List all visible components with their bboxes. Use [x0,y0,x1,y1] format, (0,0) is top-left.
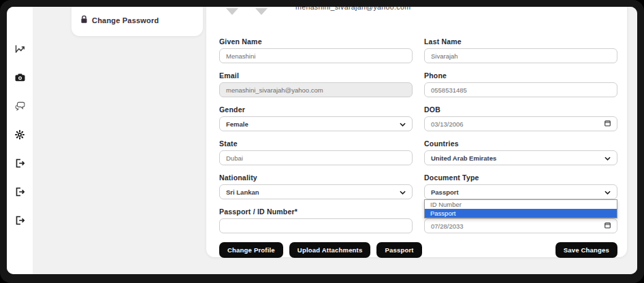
field-email: Email [219,71,413,97]
document-type-value: Passport [431,188,459,196]
chart-icon[interactable] [15,44,25,54]
sidebar [7,7,33,274]
dropdown-option-passport[interactable]: Passport [425,209,617,218]
change-password-card[interactable]: Change Password [71,7,203,36]
calendar-icon[interactable] [605,120,611,128]
upload-attachments-button[interactable]: Upload Attachments [289,242,371,258]
passport-id-label: Passport / ID Number* [219,207,413,216]
chevron-down-icon [605,188,611,196]
countries-select[interactable]: United Arab Emirates [424,150,617,165]
field-nationality: Nationality Sri Lankan [219,173,413,199]
gender-select[interactable]: Female [219,116,413,131]
passport-button[interactable]: Passport [376,242,421,258]
email-label: Email [219,71,413,80]
state-input[interactable] [219,150,413,165]
app-frame: Change Password menashini_sivarajah@yaho… [0,0,644,283]
passport-id-input[interactable] [219,218,413,233]
profile-form-grid: Given Name Last Name Email Phone [219,37,617,233]
dob-value: 03/13/2006 [431,120,464,128]
phone-label: Phone [424,71,617,80]
document-type-label: Document Type [424,173,617,182]
lock-icon [80,14,88,27]
dob-date-input[interactable]: 03/13/2006 [424,116,617,131]
email-input [219,82,413,97]
gender-value: Female [226,120,248,128]
nationality-label: Nationality [219,173,413,182]
chat-icon[interactable] [15,101,25,111]
expiry-date-input[interactable]: 07/28/2033 [424,218,617,233]
countries-label: Countries [424,139,617,148]
field-passport-id: Passport / ID Number* [219,207,413,233]
collapsed-caret-icon[interactable] [226,8,238,15]
header-email-text: menashini_sivarajah@yahoo.com [295,7,410,11]
collapsed-caret-icon[interactable] [255,8,268,15]
field-document-type: Document Type Passport ID Number Passpor… [424,173,617,199]
calendar-icon[interactable] [605,222,611,230]
nationality-select[interactable]: Sri Lankan [219,184,413,199]
state-label: State [219,139,413,148]
main-content: Change Password menashini_sivarajah@yaho… [33,7,637,274]
logout-icon[interactable] [15,186,25,197]
logout-icon[interactable] [15,215,25,225]
app-window: Change Password menashini_sivarajah@yaho… [7,7,637,274]
last-name-label: Last Name [424,37,617,46]
field-given-name: Given Name [219,37,413,63]
chevron-down-icon [605,154,611,162]
save-changes-button[interactable]: Save Changes [556,242,617,258]
given-name-label: Given Name [219,37,413,46]
field-phone: Phone [424,71,617,97]
gender-label: Gender [219,105,413,114]
change-profile-button[interactable]: Change Profile [219,242,283,258]
field-dob: DOB 03/13/2006 [424,105,617,131]
given-name-input[interactable] [219,48,413,63]
dob-label: DOB [424,105,617,114]
document-type-dropdown: ID Number Passport [424,199,617,218]
form-actions: Change Profile Upload Attachments Passpo… [219,242,617,258]
chevron-down-icon [400,120,406,128]
chevron-down-icon [400,188,406,196]
field-countries: Countries United Arab Emirates [424,139,617,165]
field-state: State [219,139,413,165]
dropdown-option-id-number[interactable]: ID Number [425,200,617,209]
settings-gear-icon[interactable] [15,129,25,139]
field-last-name: Last Name [424,37,617,63]
form-card-header: menashini_sivarajah@yahoo.com [219,7,617,27]
last-name-input[interactable] [424,48,617,63]
profile-form-card: menashini_sivarajah@yahoo.com Given Name… [206,7,627,257]
document-type-select[interactable]: Passport [424,184,617,199]
field-gender: Gender Female [219,105,413,131]
phone-input[interactable] [424,82,617,97]
nationality-value: Sri Lankan [226,188,259,196]
logout-icon[interactable] [15,158,25,168]
camera-icon[interactable] [15,72,25,82]
expiry-date-value: 07/28/2033 [431,222,464,230]
countries-value: United Arab Emirates [431,154,496,162]
change-password-label: Change Password [92,16,159,24]
